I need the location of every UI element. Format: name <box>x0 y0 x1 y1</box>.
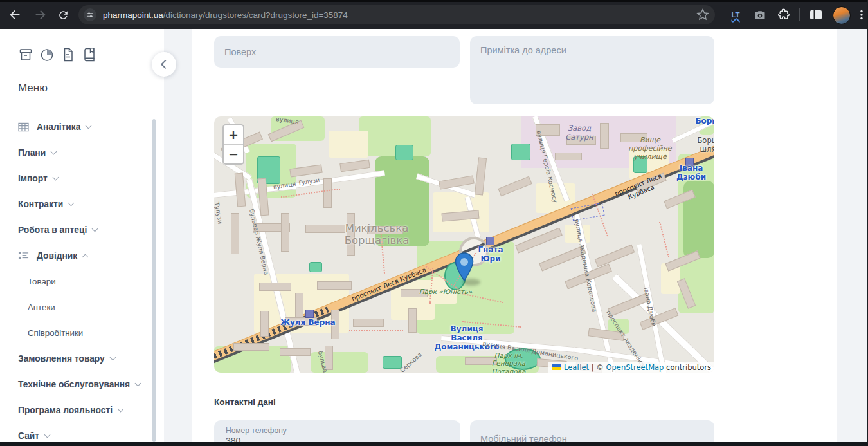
leaflet-link[interactable]: Leaflet <box>564 363 589 372</box>
extensions-puzzle-icon[interactable] <box>775 6 793 24</box>
left-gutter <box>164 29 192 442</box>
sidebar-menu: Аналітика Плани Імпорт Контракти Робота … <box>0 114 150 446</box>
book-icon[interactable] <box>82 47 97 62</box>
sidebar-item-analytics[interactable]: Аналітика <box>0 114 150 140</box>
map[interactable]: вулиця Тулузибульвар Жуля ВернаТулузивул… <box>214 116 714 373</box>
sidebar-item-goods[interactable]: Товари <box>0 268 150 294</box>
map-label: Серкова <box>399 351 423 373</box>
map-building <box>317 281 352 290</box>
address-note-input[interactable] <box>470 36 714 104</box>
map-building <box>475 157 487 195</box>
browser-toolbar: pharmapoint.ua/dictionary/drugstores/car… <box>0 0 868 29</box>
sidebar-item-contracts[interactable]: Контракти <box>0 191 150 217</box>
package-icon[interactable] <box>18 47 33 62</box>
phone-label: Номер телефону <box>226 426 460 435</box>
zoom-out-button[interactable]: − <box>224 145 243 163</box>
sidebar-item-pharmacy-work[interactable]: Робота в аптеці <box>0 217 150 243</box>
chevron-down-icon <box>135 380 141 387</box>
map-label: Завод Сатурн <box>565 124 593 142</box>
map-label: Жуля Верна <box>280 318 335 327</box>
map-label: Вище професійне училище <box>618 136 682 162</box>
sidebar-item-label: Аналітика <box>37 122 80 132</box>
ukraine-flag-icon <box>552 364 561 370</box>
map-building <box>259 283 291 291</box>
address-bar[interactable]: pharmapoint.ua/dictionary/drugstores/car… <box>78 5 715 24</box>
sidebar-item-loyalty[interactable]: Програма лояльності <box>0 397 150 423</box>
bookmark-star-icon[interactable] <box>696 8 710 24</box>
sidebar-scrollbar[interactable] <box>152 119 156 442</box>
sidebar-item-label: Співробітники <box>28 328 83 338</box>
reload-icon[interactable] <box>55 6 71 23</box>
map-area <box>511 144 530 160</box>
sidebar-item-label: Аптеки <box>28 302 55 312</box>
sidebar-item-label: Робота в аптеці <box>18 225 87 235</box>
map-building <box>353 319 384 327</box>
sidebar-item-label: Програма лояльності <box>18 405 113 415</box>
chevron-down-icon <box>68 200 75 207</box>
chevron-down-icon <box>118 406 124 413</box>
sidebar-item-label: Товари <box>28 277 56 286</box>
site-settings-icon[interactable] <box>84 8 96 21</box>
sidebar-item-dictionary[interactable]: Довідник <box>0 243 150 268</box>
sidebar-quick-icons <box>18 47 97 62</box>
back-icon[interactable] <box>7 6 24 23</box>
map-label: Івана Дзюби <box>676 163 706 181</box>
pie-chart-icon[interactable] <box>39 47 55 62</box>
map-label: Микільська Борщагівка <box>345 222 410 247</box>
sidebar-item-label: Технічне обслуговування <box>18 380 130 389</box>
map-building <box>595 245 635 267</box>
contacts-heading: Контактні дані <box>214 397 276 407</box>
map-building <box>280 348 311 356</box>
chevron-down-icon <box>86 123 92 129</box>
sidebar-item-plans[interactable]: Плани <box>0 140 150 165</box>
profile-avatar[interactable] <box>833 6 851 24</box>
station-marker <box>486 237 494 245</box>
floor-input[interactable] <box>214 36 460 68</box>
languagetool-extension-icon[interactable]: LT <box>727 6 745 24</box>
sidebar-item-drugstores[interactable]: Аптеки <box>0 294 150 320</box>
map-label: Парк «Юність» <box>419 288 473 295</box>
map-building <box>600 123 609 149</box>
sidebar-collapse-button[interactable] <box>152 52 176 77</box>
map-building <box>260 311 269 337</box>
sidebar-item-label: Довідник <box>37 251 77 261</box>
floor-field <box>214 36 460 68</box>
map-label: Борщ <box>695 116 714 125</box>
osm-link[interactable]: OpenStreetMap <box>606 363 664 372</box>
screenshot-extension-icon[interactable] <box>751 6 769 24</box>
map-building <box>555 153 582 160</box>
side-panel-icon[interactable] <box>807 6 825 24</box>
sidebar-item-goods-orders[interactable]: Замовлення товару <box>0 346 150 371</box>
menu-title: Меню <box>18 82 48 95</box>
sidebar-item-label: Сайт <box>18 431 39 441</box>
map-footpath <box>349 330 403 331</box>
zoom-in-button[interactable]: + <box>224 125 243 144</box>
toolbar-separator <box>799 8 800 21</box>
browser-menu-kebab-icon[interactable] <box>853 6 868 24</box>
sidebar-item-label: Плани <box>18 148 46 158</box>
chevron-down-icon <box>109 355 116 361</box>
map-footpath <box>659 222 669 257</box>
chevron-down-icon <box>52 174 59 181</box>
chevron-left-icon <box>161 60 170 69</box>
map-building <box>323 178 332 208</box>
map-label: Борщ шля <box>697 136 714 154</box>
map-area <box>359 116 431 156</box>
forward-icon[interactable] <box>32 6 48 23</box>
map-area <box>383 356 402 369</box>
app-window: pharmapoint.ua/dictionary/drugstores/car… <box>0 0 868 446</box>
sidebar-item-import[interactable]: Імпорт <box>0 165 150 191</box>
sidebar-item-label: Імпорт <box>18 174 48 183</box>
attribution-separator: | © <box>589 363 606 372</box>
map-label: Парк ім. Генерала Потапова <box>492 351 526 373</box>
map-building <box>233 343 269 351</box>
map-building <box>231 213 239 254</box>
sidebar-item-label: Замовлення товару <box>18 354 105 364</box>
window-top-edge <box>0 0 868 2</box>
grid-icon <box>18 122 29 132</box>
taskbar-edge <box>0 442 868 446</box>
sidebar-item-employees[interactable]: Співробітники <box>0 320 150 346</box>
sidebar-item-maintenance[interactable]: Технічне обслуговування <box>0 371 150 397</box>
map-marker-icon[interactable] <box>455 252 474 284</box>
document-icon[interactable] <box>60 47 76 62</box>
